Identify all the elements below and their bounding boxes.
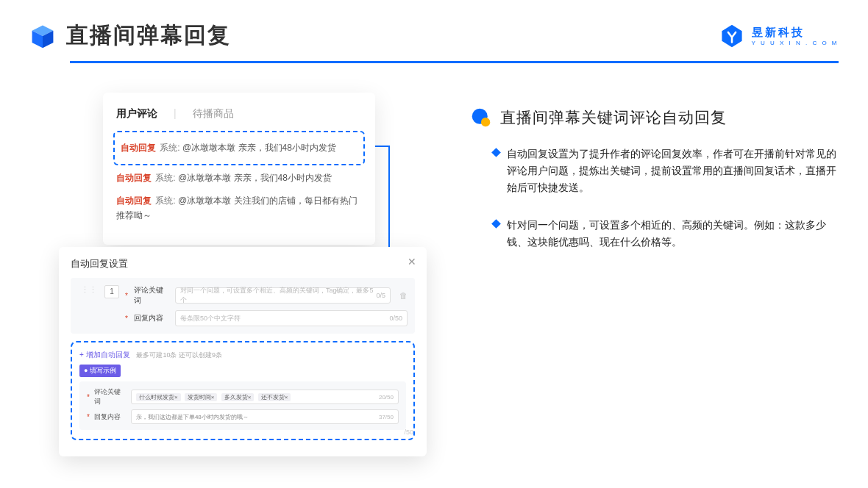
page-header: 直播间弹幕回复 昱新科技 Y U U X I N . C O M — [0, 0, 868, 51]
brand: 昱新科技 Y U U X I N . C O M — [719, 24, 839, 49]
example-badge: ● 填写示例 — [79, 365, 121, 377]
bullet-item: 自动回复设置为了提升作者的评论回复效率，作者可在开播前针对常见的评论用户问题，提… — [471, 146, 839, 196]
example-reply-row: * 回复内容 亲，我们这边都是下单48小时内发货的哦～ 37/50 — [87, 409, 399, 424]
settings-card: 自动回复设置 ✕ ⋮⋮ 1 * 评论关键词 对同一个问题，可设置多个相近、高频的… — [59, 247, 427, 456]
form-block: ⋮⋮ 1 * 评论关键词 对同一个问题，可设置多个相近、高频的关键词，Tag确定… — [71, 278, 415, 334]
auto-reply-label: 自动回复 — [116, 173, 152, 183]
field-reply: * 回复内容 每条限50个中文字符 0/50 — [125, 310, 408, 326]
tab-divider: | — [174, 107, 177, 121]
char-count: 0/5 — [376, 292, 385, 299]
comment-row: 自动回复 系统: @冰墩墩本墩 亲亲，我们48小时内发货 — [116, 167, 362, 190]
brand-logo-icon — [719, 24, 744, 49]
connector-line — [375, 146, 390, 147]
field-keyword: * 评论关键词 对同一个问题，可设置多个相近、高频的关键词，Tag确定，最多5个… — [125, 285, 408, 306]
example-section: + 增加自动回复 最多可建10条 还可以创建9条 ● 填写示例 * 评论关键词 … — [71, 341, 415, 440]
index-box: 1 — [104, 285, 119, 298]
brand-name-cn: 昱新科技 — [752, 26, 839, 40]
diamond-icon — [491, 148, 501, 157]
comments-card: 用户评论 | 待播商品 自动回复 系统: @冰墩墩本墩 亲亲，我们48小时内发货… — [103, 93, 375, 245]
example-keyword-row: * 评论关键词 什么时候发货× 发货时间× 多久发货× 还不发货× 20/50 — [87, 387, 399, 406]
tag[interactable]: 发货时间× — [185, 393, 218, 401]
chat-bubble-icon — [471, 107, 491, 128]
tag[interactable]: 什么时候发货× — [136, 393, 181, 401]
left-column: 用户评论 | 待播商品 自动回复 系统: @冰墩墩本墩 亲亲，我们48小时内发货… — [59, 93, 434, 271]
auto-reply-label: 自动回复 — [116, 195, 152, 206]
delete-icon[interactable]: 🗑 — [399, 291, 408, 300]
add-reply-link[interactable]: + 增加自动回复 — [79, 350, 130, 360]
required-mark: * — [87, 393, 90, 401]
example-keyword-input[interactable]: 什么时候发货× 发货时间× 多久发货× 还不发货× 20/50 — [131, 390, 399, 404]
tab-pending-goods[interactable]: 待播商品 — [193, 107, 234, 121]
char-count: 20/50 — [379, 394, 394, 401]
placeholder: 对同一个问题，可设置多个相近、高频的关键词，Tag确定，最多5个 — [180, 286, 377, 305]
reply-text: 亲，我们这边都是下单48小时内发货的哦～ — [136, 413, 249, 421]
diamond-icon — [491, 219, 501, 229]
page-title: 直播间弹幕回复 — [66, 21, 231, 51]
auto-reply-label: 自动回复 — [121, 143, 156, 153]
tag[interactable]: 多久发货× — [221, 393, 255, 401]
tags-container: 什么时候发货× 发货时间× 多久发货× 还不发货× — [136, 393, 293, 401]
bullet-item: 针对同一个问题，可设置多个相近的、高频的关键词。例如：这款多少钱、这块能优惠吗、… — [471, 217, 839, 251]
add-hint: 最多可建10条 还可以创建9条 — [136, 351, 222, 359]
content-area: 用户评论 | 待播商品 自动回复 系统: @冰墩墩本墩 亲亲，我们48小时内发货… — [0, 63, 868, 271]
tag[interactable]: 还不发货× — [258, 393, 291, 401]
comment-row: 自动回复 系统: @冰墩墩本墩 亲亲，我们48小时内发货 — [121, 137, 357, 159]
brand-name-en: Y U U X I N . C O M — [752, 40, 839, 46]
required-mark: * — [125, 315, 128, 323]
comment-system-prefix: 系统: — [155, 195, 175, 206]
example-reply-input[interactable]: 亲，我们这边都是下单48小时内发货的哦～ 37/50 — [131, 409, 399, 424]
bullet-text: 针对同一个问题，可设置多个相近的、高频的关键词。例如：这款多少钱、这块能优惠吗、… — [507, 217, 839, 251]
comment-system-prefix: 系统: — [155, 173, 175, 183]
highlighted-comment: 自动回复 系统: @冰墩墩本墩 亲亲，我们48小时内发货 — [113, 131, 365, 165]
comment-row: 自动回复 系统: @冰墩墩本墩 关注我们的店铺，每日都有热门推荐呦～ — [116, 190, 362, 226]
section-title: 直播间弹幕关键词评论自动回复 — [500, 107, 727, 128]
comments-tabs: 用户评论 | 待播商品 — [116, 107, 362, 121]
field-label: 回复内容 — [134, 313, 169, 323]
tab-user-comments[interactable]: 用户评论 — [116, 107, 157, 121]
ghost-count: /50 — [404, 428, 413, 436]
field-label: 评论关键词 — [134, 285, 169, 306]
comment-text: @冰墩墩本墩 亲亲，我们48小时内发货 — [178, 173, 332, 183]
cube-icon — [29, 23, 56, 49]
field-label: 回复内容 — [94, 412, 127, 422]
section-head: 直播间弹幕关键词评论自动回复 — [471, 107, 839, 128]
placeholder: 每条限50个中文字符 — [180, 314, 241, 323]
example-fields: * 评论关键词 什么时候发货× 发货时间× 多久发货× 还不发货× 20/50 — [79, 381, 406, 430]
bullet-text: 自动回复设置为了提升作者的评论回复效率，作者可在开播前针对常见的评论用户问题，提… — [507, 146, 839, 196]
char-count: 37/50 — [379, 414, 394, 420]
settings-title: 自动回复设置 — [71, 257, 415, 270]
svg-point-4 — [481, 118, 490, 126]
required-mark: * — [87, 413, 90, 421]
comment-text: @冰墩墩本墩 亲亲，我们48小时内发货 — [182, 143, 336, 153]
char-count: 0/50 — [389, 315, 402, 322]
comment-system-prefix: 系统: — [160, 143, 179, 153]
keyword-input[interactable]: 对同一个问题，可设置多个相近、高频的关键词，Tag确定，最多5个 0/5 — [175, 287, 391, 304]
comment-text: @冰墩墩本墩 关注我们的店铺，每日都有热门推荐呦～ — [116, 195, 357, 220]
required-mark: * — [125, 292, 128, 300]
field-label: 评论关键词 — [94, 387, 127, 406]
right-column: 直播间弹幕关键词评论自动回复 自动回复设置为了提升作者的评论回复效率，作者可在开… — [471, 93, 839, 271]
drag-handle-icon[interactable]: ⋮⋮ — [81, 285, 97, 295]
reply-input[interactable]: 每条限50个中文字符 0/50 — [175, 310, 408, 326]
close-icon[interactable]: ✕ — [408, 256, 416, 268]
